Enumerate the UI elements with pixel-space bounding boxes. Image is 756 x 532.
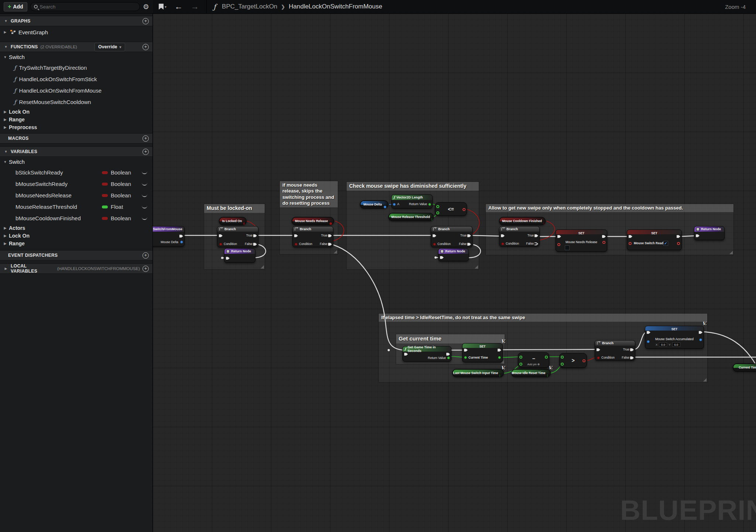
float-out-pin[interactable] [428, 203, 431, 206]
collapse-arrow-icon[interactable]: ▼ [4, 45, 8, 49]
node-get-game-time-in-seconds[interactable]: ƒ Get Game Time in Seconds Return Value [402, 346, 451, 362]
false-exec-pin[interactable] [630, 356, 634, 360]
exec-out-pin[interactable] [677, 235, 680, 238]
exec-in-pin[interactable] [696, 234, 700, 238]
float-out-pin[interactable] [432, 218, 432, 221]
false-exec-pin[interactable] [535, 242, 538, 246]
event-dispatchers-section-header[interactable]: EVENT DISPATCHERS + [0, 250, 152, 260]
float-in-pin[interactable] [464, 356, 467, 359]
expand-arrow-icon[interactable]: ▶ [3, 110, 7, 114]
add-function-button[interactable]: + [142, 44, 149, 50]
exec-in-pin[interactable] [433, 234, 436, 238]
graphs-section-header[interactable]: ▼ GRAPHS + [0, 16, 152, 26]
exec-out-pin[interactable] [602, 235, 606, 238]
add-macro-button[interactable]: + [142, 135, 149, 142]
sidebar-item-handlelockonswitchfromstick[interactable]: ƒ HandleLockOnSwitchFromStick [0, 73, 152, 85]
float-out-pin[interactable] [547, 374, 548, 377]
bookmark-icon[interactable] [159, 4, 164, 10]
bool-value-checkbox[interactable]: ✓ [663, 241, 668, 246]
variable-row-bstickswitchready[interactable]: bStickSwitchReady Boolean [0, 167, 152, 178]
float-in-pin[interactable] [561, 363, 564, 366]
float-out-pin[interactable] [498, 356, 501, 359]
eye-closed-icon[interactable] [142, 217, 147, 220]
vector2d-in-pin[interactable] [647, 340, 650, 343]
variable-group-range[interactable]: ▶ Range [0, 239, 152, 247]
functions-section-header[interactable]: ▼ FUNCTIONS (2 OVERRIDABLE) Override ▾ + [0, 42, 152, 52]
node-return-4[interactable]: Return Node [694, 226, 725, 240]
node-branch-3[interactable]: Branch True Condition False [431, 226, 472, 247]
add-local-variable-button[interactable]: + [142, 266, 149, 272]
node-get-mouse-delta[interactable]: Mouse Delta [360, 200, 388, 208]
condition-pin[interactable] [597, 356, 600, 359]
add-graph-button[interactable]: + [142, 18, 149, 24]
sidebar-item-handlelockonswitchfrommouse[interactable]: ƒ HandleLockOnSwitchFromMouse [0, 85, 152, 96]
forward-arrow-icon[interactable]: → [191, 3, 199, 11]
eye-closed-icon[interactable] [142, 205, 147, 208]
reroute-node[interactable] [388, 349, 390, 351]
node-return-3[interactable]: Return Node [438, 248, 469, 261]
vector2d-out-pin[interactable] [699, 338, 702, 341]
exec-in-pin[interactable] [294, 234, 298, 238]
collapse-arrow-icon[interactable]: ▼ [3, 55, 7, 59]
true-exec-pin[interactable] [535, 234, 538, 238]
breadcrumb-current[interactable]: HandleLockOnSwitchFromMouse [289, 3, 382, 10]
exec-in-pin[interactable] [597, 348, 600, 352]
node-get-current-time[interactable]: Current Time [733, 363, 756, 372]
bool-out-pin[interactable] [602, 241, 605, 244]
true-exec-pin[interactable] [467, 234, 471, 238]
variable-row-bmouseswitchready[interactable]: bMouseSwitchReady Boolean [0, 178, 152, 190]
search-input[interactable] [40, 4, 136, 10]
local-variables-section-header[interactable]: ▶ LOCAL VARIABLES (HANDLELOCKONSWITCHFRO… [0, 263, 152, 274]
float-in-pin[interactable] [519, 356, 522, 359]
condition-pin[interactable] [295, 243, 298, 246]
node-get-mouse-release-threshold[interactable]: Mouse Release Threshold [388, 213, 434, 221]
node-branch-5[interactable]: Branch True Condition False [595, 340, 635, 360]
expand-arrow-icon[interactable]: ▶ [3, 125, 7, 129]
add-variable-button[interactable]: + [142, 149, 149, 155]
bool-value-checkbox[interactable] [565, 245, 570, 250]
search-box[interactable] [30, 2, 140, 11]
variable-row-bmouseneedsrelease[interactable]: bMouseNeedsRelease Boolean [0, 190, 152, 201]
node-set-mouse-needs-release[interactable]: SET Mouse Needs Release [556, 229, 607, 252]
node-set-mouse-switch-accumulated[interactable]: SET V. Mouse Switch Accumulated X 0.0 Y … [645, 326, 704, 349]
exec-in-pin[interactable] [647, 331, 650, 334]
expand-arrow-icon[interactable]: ▶ [3, 30, 7, 34]
float-in-pin[interactable] [436, 205, 439, 208]
false-exec-pin[interactable] [253, 242, 257, 246]
variable-group-lockon[interactable]: ▶ Lock On [0, 232, 152, 239]
float-in-pin[interactable] [436, 211, 439, 214]
breadcrumb-root[interactable]: BPC_TargetLockOn [222, 3, 277, 10]
condition-pin[interactable] [433, 243, 436, 246]
back-arrow-icon[interactable]: ← [175, 3, 183, 11]
exec-out-pin[interactable] [446, 352, 450, 356]
add-event-dispatcher-button[interactable]: + [142, 252, 149, 259]
collapse-arrow-icon[interactable]: ▼ [4, 19, 8, 23]
reroute-node[interactable] [434, 256, 437, 259]
expand-arrow-icon[interactable]: ▶ [4, 267, 8, 270]
bool-out-pin[interactable] [677, 242, 680, 245]
exec-in-pin[interactable] [440, 256, 444, 259]
vector2d-out-pin[interactable] [384, 205, 386, 208]
float-out-pin[interactable] [499, 374, 500, 377]
node-less-equal[interactable]: <= [435, 202, 467, 216]
node-get-mouse-cooldown-finished[interactable]: Mouse Cooldown Finished [499, 217, 546, 225]
variable-row-bmousecooldownfinished[interactable]: bMouseCooldownFinished Boolean [0, 213, 152, 224]
override-dropdown[interactable]: Override ▾ [94, 43, 125, 51]
bool-out-pin[interactable] [243, 222, 245, 225]
add-pin-label[interactable]: Add pin ⊕ [518, 363, 549, 366]
eye-closed-icon[interactable] [142, 171, 147, 174]
y-value-input[interactable]: 0.0 [672, 342, 680, 347]
expand-arrow-icon[interactable]: ▶ [3, 234, 7, 238]
eye-closed-icon[interactable] [142, 194, 147, 197]
expand-arrow-icon[interactable]: ▶ [3, 242, 7, 245]
exec-in-pin[interactable] [464, 348, 468, 352]
float-in-pin[interactable] [519, 363, 522, 366]
bool-in-pin[interactable] [629, 242, 632, 245]
macros-section-header[interactable]: MACROS + [0, 133, 152, 144]
node-greater-than[interactable]: > [559, 353, 587, 368]
exec-in-pin[interactable] [226, 256, 230, 260]
node-branch-2[interactable]: Branch True Condition False [292, 226, 333, 247]
bool-out-pin[interactable] [583, 359, 585, 362]
collapse-arrow-icon[interactable]: ▼ [4, 150, 8, 153]
variable-group-actors[interactable]: ▶ Actors [0, 224, 152, 232]
